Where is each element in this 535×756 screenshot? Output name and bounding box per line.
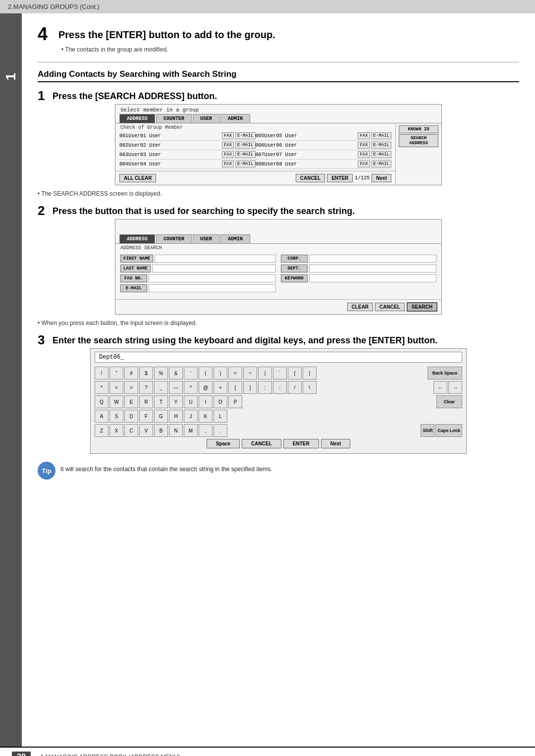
kbd-left-arrow-btn[interactable]: ← bbox=[433, 381, 447, 394]
kbd-key-dollar[interactable]: $ bbox=[139, 367, 153, 379]
kbd-space-btn[interactable]: Space bbox=[207, 439, 240, 448]
kbd-key-b[interactable]: B bbox=[154, 424, 168, 437]
kbd-key-tilde[interactable]: ~ bbox=[243, 367, 257, 379]
screen2-fax-input[interactable] bbox=[149, 274, 276, 282]
screen2-keyword-input[interactable] bbox=[309, 274, 436, 282]
screen1-search-addr-btn[interactable]: SEARCH ADDRESS bbox=[399, 134, 438, 147]
kbd-key-a[interactable]: A bbox=[95, 410, 108, 423]
screen2-clear-btn[interactable]: CLEAR bbox=[347, 303, 373, 311]
screen1-next-btn[interactable]: Next bbox=[372, 174, 391, 182]
screen1-user-row-7[interactable]: 007User07 User FAX E-MAIL bbox=[256, 150, 392, 160]
kbd-key-u[interactable]: U bbox=[184, 395, 198, 408]
screen2-last-name-label[interactable]: LAST NAME bbox=[120, 265, 151, 272]
kbd-key-j[interactable]: J bbox=[184, 410, 198, 423]
kbd-key-lt[interactable]: < bbox=[109, 381, 123, 394]
kbd-key-i[interactable]: I bbox=[199, 395, 213, 408]
kbd-key-caret[interactable]: ^ bbox=[184, 381, 198, 394]
kbd-key-q[interactable]: Q bbox=[95, 395, 108, 408]
kbd-key-k[interactable]: K bbox=[199, 410, 213, 423]
screen2-corp-label[interactable]: CORP. bbox=[281, 255, 308, 263]
screen1-user-row-1[interactable]: 001User01 User FAX E-MAIL bbox=[119, 131, 256, 141]
screen2-tab-counter[interactable]: COUNTER bbox=[156, 234, 192, 243]
kbd-key-amp[interactable]: & bbox=[169, 367, 183, 379]
kbd-key-period[interactable]: . bbox=[214, 424, 227, 437]
screen2-cancel-btn[interactable]: CANCEL bbox=[375, 303, 405, 311]
screen2-first-name-label[interactable]: FIRST NAME bbox=[120, 255, 153, 263]
kbd-key-p[interactable]: P bbox=[228, 395, 242, 408]
screen2-corp-input[interactable] bbox=[309, 255, 436, 263]
screen2-search-btn[interactable]: SEARCH bbox=[407, 302, 437, 312]
kbd-right-arrow-btn[interactable]: → bbox=[448, 381, 462, 394]
kbd-key-semicolon[interactable]: ; bbox=[258, 381, 272, 394]
kbd-key-pipe[interactable]: | bbox=[258, 367, 272, 379]
kbd-key-backslash[interactable]: \ bbox=[303, 381, 317, 394]
kbd-key-percent[interactable]: % bbox=[154, 367, 168, 379]
kbd-key-t[interactable]: T bbox=[154, 395, 168, 408]
screen2-email-input[interactable] bbox=[149, 284, 276, 292]
screen2-dept-label[interactable]: DEPT. bbox=[281, 265, 308, 272]
kbd-key-d[interactable]: D bbox=[124, 410, 138, 423]
kbd-key-m[interactable]: M bbox=[184, 424, 198, 437]
kbd-key-hash[interactable]: # bbox=[124, 367, 138, 379]
kbd-key-s[interactable]: S bbox=[109, 410, 123, 423]
screen1-tab-user[interactable]: USER bbox=[193, 114, 219, 123]
kbd-key-o[interactable]: O bbox=[214, 395, 227, 408]
screen1-known-id-btn[interactable]: KNOWN ID bbox=[399, 125, 438, 133]
kbd-key-backtick[interactable]: ` bbox=[273, 367, 287, 379]
kbd-caps-lock-btn[interactable]: Caps Lock bbox=[435, 424, 462, 437]
screen1-all-clear-btn[interactable]: ALL CLEAR bbox=[119, 174, 156, 182]
screen2-last-name-input[interactable] bbox=[152, 265, 276, 272]
screen1-user-row-4[interactable]: 004User04 User FAX E-MAIL bbox=[119, 160, 256, 169]
screen1-cancel-btn[interactable]: CANCEL bbox=[296, 174, 325, 182]
kbd-key-rparen[interactable]: ) bbox=[214, 367, 227, 379]
kbd-key-rcurly[interactable]: } bbox=[303, 367, 317, 379]
kbd-key-slash[interactable]: / bbox=[288, 381, 302, 394]
screen2-email-label[interactable]: E-MAIL bbox=[120, 284, 147, 292]
kbd-key-f[interactable]: F bbox=[139, 410, 153, 423]
screen1-enter-btn[interactable]: ENTER bbox=[327, 174, 353, 182]
kbd-key-v[interactable]: V bbox=[139, 424, 153, 437]
kbd-key-l[interactable]: L bbox=[214, 410, 227, 423]
kbd-key-h[interactable]: H bbox=[169, 410, 183, 423]
kbd-key-n[interactable]: N bbox=[169, 424, 183, 437]
keyboard-input[interactable]: Dept06_ bbox=[95, 352, 462, 363]
kbd-key-quote[interactable]: " bbox=[109, 367, 123, 379]
screen1-tab-address[interactable]: ADDRESS bbox=[119, 114, 155, 123]
kbd-next-btn[interactable]: Next bbox=[321, 439, 351, 448]
kbd-key-y[interactable]: Y bbox=[169, 395, 183, 408]
kbd-key-at[interactable]: @ bbox=[199, 381, 213, 394]
kbd-shift-btn[interactable]: Shift bbox=[421, 424, 434, 437]
screen2-tab-admin[interactable]: ADMIN bbox=[220, 234, 250, 243]
screen1-tab-admin[interactable]: ADMIN bbox=[220, 114, 250, 123]
kbd-key-question[interactable]: ? bbox=[139, 381, 153, 394]
screen2-keyword-label[interactable]: KEYWORD bbox=[281, 274, 308, 282]
kbd-key-x[interactable]: X bbox=[109, 424, 123, 437]
kbd-key-equals[interactable]: = bbox=[228, 367, 242, 379]
screen1-user-row-2[interactable]: 002User02 User FAX E-MAIL bbox=[119, 141, 256, 150]
kbd-key-gt[interactable]: > bbox=[124, 381, 138, 394]
kbd-clear-btn[interactable]: Clear bbox=[436, 395, 462, 408]
kbd-key-w[interactable]: W bbox=[109, 395, 123, 408]
kbd-backspace-btn[interactable]: Back Space bbox=[428, 367, 462, 379]
kbd-key-lparen[interactable]: ( bbox=[199, 367, 213, 379]
kbd-key-plus[interactable]: + bbox=[214, 381, 227, 394]
kbd-key-star[interactable]: * bbox=[95, 381, 108, 394]
kbd-key-underscore[interactable]: _ bbox=[154, 381, 168, 394]
kbd-key-r[interactable]: R bbox=[139, 395, 153, 408]
kbd-key-tick[interactable]: ' bbox=[184, 367, 198, 379]
kbd-key-rbracket[interactable]: ] bbox=[243, 381, 257, 394]
kbd-key-e[interactable]: E bbox=[124, 395, 138, 408]
kbd-key-z[interactable]: Z bbox=[95, 424, 108, 437]
kbd-key-g[interactable]: G bbox=[154, 410, 168, 423]
screen2-tab-user[interactable]: USER bbox=[193, 234, 219, 243]
kbd-key-lcurly[interactable]: { bbox=[288, 367, 302, 379]
screen2-dept-input[interactable] bbox=[309, 265, 436, 272]
kbd-key-comma[interactable]: , bbox=[199, 424, 213, 437]
kbd-key-c[interactable]: C bbox=[124, 424, 138, 437]
screen1-tab-counter[interactable]: COUNTER bbox=[156, 114, 192, 123]
kbd-key-excl[interactable]: ! bbox=[95, 367, 108, 379]
screen2-tab-address[interactable]: ADDRESS bbox=[119, 234, 155, 243]
kbd-key-lbracket[interactable]: [ bbox=[228, 381, 242, 394]
screen1-user-row-3[interactable]: 003User03 User FAX E-MAIL bbox=[119, 150, 256, 160]
screen1-user-row-6[interactable]: 006User06 User FAX E-MAIL bbox=[256, 141, 392, 150]
